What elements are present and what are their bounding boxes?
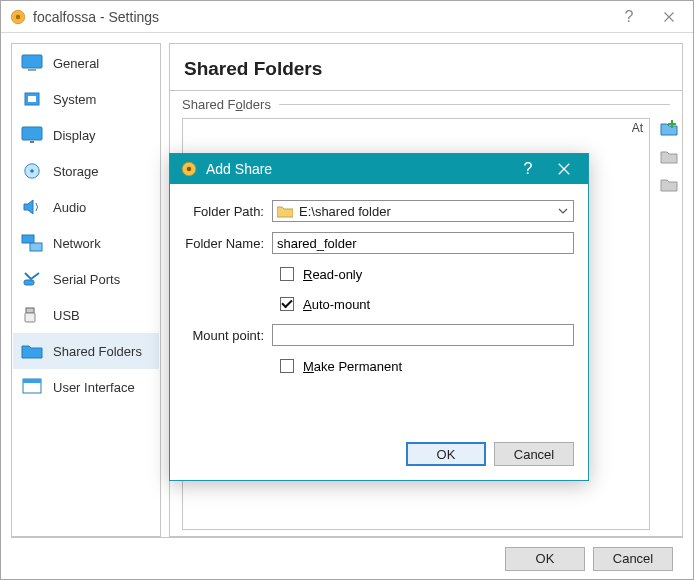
app-icon: [9, 8, 27, 26]
shared-folders-group-label: Shared Folders: [170, 91, 682, 112]
sidebar-item-label: USB: [53, 308, 80, 323]
sidebar-item-display[interactable]: Display: [13, 117, 159, 153]
svg-rect-18: [668, 123, 676, 125]
serial-port-icon: [21, 270, 43, 288]
folder-icon: [21, 342, 43, 360]
gear-icon: [180, 160, 198, 178]
auto-mount-checkbox[interactable]: [280, 297, 294, 311]
mount-point-input[interactable]: [272, 324, 574, 346]
settings-button-row: OK Cancel: [11, 537, 683, 579]
sidebar-item-label: System: [53, 92, 96, 107]
mount-point-label: Mount point:: [184, 328, 264, 343]
usb-icon: [21, 306, 43, 324]
dialog-help-button[interactable]: ?: [510, 154, 546, 184]
sidebar-item-label: General: [53, 56, 99, 71]
make-permanent-checkbox[interactable]: [280, 359, 294, 373]
read-only-label: Read-only: [303, 267, 362, 282]
sidebar-item-storage[interactable]: Storage: [13, 153, 159, 189]
settings-cancel-button[interactable]: Cancel: [593, 547, 673, 571]
monitor-icon: [21, 54, 43, 72]
svg-point-9: [30, 169, 34, 173]
close-button[interactable]: [649, 1, 689, 33]
sidebar-item-general[interactable]: General: [13, 45, 159, 81]
add-share-button[interactable]: [659, 118, 679, 138]
dialog-cancel-button[interactable]: Cancel: [494, 442, 574, 466]
list-column-header: At: [632, 121, 643, 135]
svg-rect-6: [22, 127, 42, 140]
display-icon: [21, 126, 43, 144]
folder-path-label: Folder Path:: [184, 204, 264, 219]
sidebar-item-label: Serial Ports: [53, 272, 120, 287]
network-icon: [21, 234, 43, 252]
dialog-body: Folder Path: E:\shared folder: [170, 184, 588, 432]
sidebar-item-shared-folders[interactable]: Shared Folders: [13, 333, 159, 369]
settings-window: focalfossa - Settings ? General System: [0, 0, 694, 580]
folder-path-value: E:\shared folder: [299, 204, 549, 219]
dialog-titlebar: Add Share ?: [170, 154, 588, 184]
help-button[interactable]: ?: [609, 1, 649, 33]
ui-icon: [21, 378, 43, 396]
sidebar-item-label: Display: [53, 128, 96, 143]
svg-rect-3: [28, 69, 36, 71]
svg-rect-5: [28, 96, 36, 102]
svg-point-20: [187, 167, 192, 172]
sidebar-item-audio[interactable]: Audio: [13, 189, 159, 225]
auto-mount-label: Auto-mount: [303, 297, 370, 312]
sidebar-item-label: User Interface: [53, 380, 135, 395]
sidebar: General System Display Storage Audio: [11, 43, 161, 537]
settings-ok-button[interactable]: OK: [505, 547, 585, 571]
folder-icon: [277, 204, 293, 218]
window-body: General System Display Storage Audio: [1, 33, 693, 579]
folder-name-input[interactable]: [272, 232, 574, 254]
read-only-checkbox[interactable]: [280, 267, 294, 281]
dialog-close-button[interactable]: [546, 154, 582, 184]
sidebar-item-user-interface[interactable]: User Interface: [13, 369, 159, 405]
svg-rect-2: [22, 55, 42, 68]
disk-icon: [21, 162, 43, 180]
svg-rect-11: [30, 243, 42, 251]
svg-rect-12: [24, 280, 34, 285]
titlebar: focalfossa - Settings ?: [1, 1, 693, 33]
svg-rect-16: [23, 379, 41, 383]
sidebar-item-usb[interactable]: USB: [13, 297, 159, 333]
svg-point-1: [16, 14, 21, 19]
sidebar-item-label: Shared Folders: [53, 344, 142, 359]
chip-icon: [21, 90, 43, 108]
list-toolbar: [656, 112, 682, 536]
speaker-icon: [21, 198, 43, 216]
sidebar-item-system[interactable]: System: [13, 81, 159, 117]
sidebar-item-label: Audio: [53, 200, 86, 215]
sidebar-item-label: Network: [53, 236, 101, 251]
edit-share-button[interactable]: [659, 146, 679, 166]
page-title: Shared Folders: [170, 44, 682, 91]
svg-rect-14: [25, 313, 35, 322]
dialog-ok-button[interactable]: OK: [406, 442, 486, 466]
svg-rect-7: [30, 141, 34, 143]
folder-path-select[interactable]: E:\shared folder: [272, 200, 574, 222]
svg-rect-13: [26, 308, 34, 313]
sidebar-item-label: Storage: [53, 164, 99, 179]
remove-share-button[interactable]: [659, 174, 679, 194]
add-share-dialog: Add Share ? Folder Path: E:\shared folde…: [169, 153, 589, 481]
dialog-button-row: OK Cancel: [170, 432, 588, 480]
sidebar-item-serial-ports[interactable]: Serial Ports: [13, 261, 159, 297]
folder-name-label: Folder Name:: [184, 236, 264, 251]
svg-rect-10: [22, 235, 34, 243]
window-title: focalfossa - Settings: [33, 9, 609, 25]
make-permanent-label: Make Permanent: [303, 359, 402, 374]
dialog-title: Add Share: [206, 161, 510, 177]
sidebar-item-network[interactable]: Network: [13, 225, 159, 261]
chevron-down-icon: [555, 208, 571, 214]
